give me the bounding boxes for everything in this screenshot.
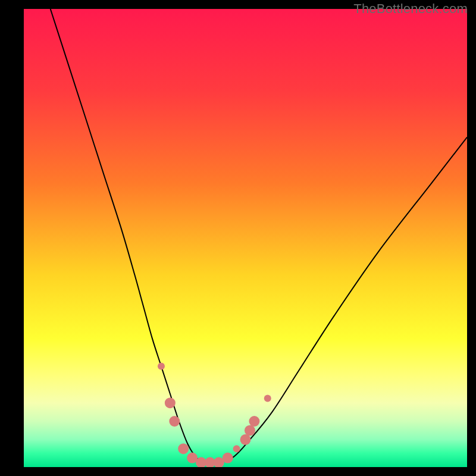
watermark-text: TheBottleneck.com: [353, 1, 468, 17]
marker-point: [223, 453, 233, 464]
gradient-background: [24, 9, 467, 467]
chart-svg: [24, 9, 467, 467]
marker-point: [245, 425, 255, 436]
marker-point: [240, 434, 251, 445]
chart-frame: TheBottleneck.com: [0, 0, 476, 476]
marker-point: [158, 363, 165, 370]
marker-point: [249, 416, 259, 427]
marker-point: [233, 445, 240, 452]
marker-point: [165, 397, 176, 408]
plot-area: [24, 9, 467, 467]
marker-point: [178, 443, 189, 454]
marker-point: [264, 395, 271, 402]
marker-point: [169, 416, 180, 427]
